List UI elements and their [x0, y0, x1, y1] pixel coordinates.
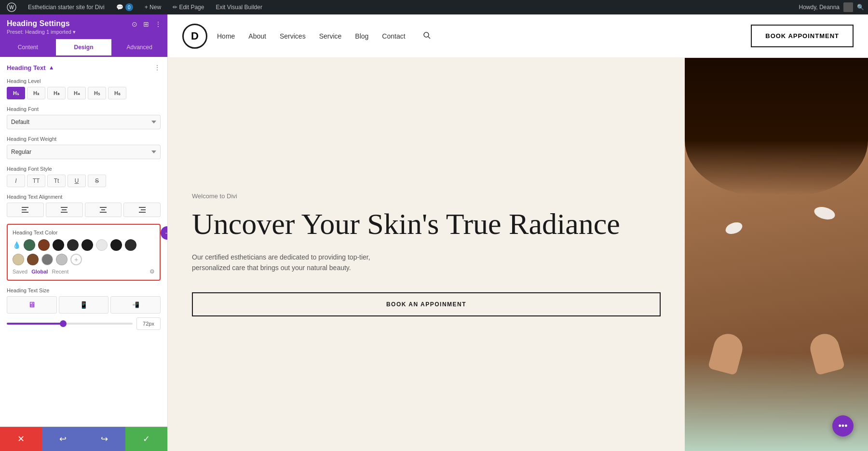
- desktop-size-btn[interactable]: 🖥: [7, 296, 57, 314]
- color-swatch-5[interactable]: [81, 239, 93, 251]
- h6-btn[interactable]: H₆: [108, 87, 126, 99]
- color-swatch-6[interactable]: [96, 239, 108, 251]
- color-swatch-12[interactable]: [56, 254, 68, 265]
- color-swatch-8[interactable]: [125, 239, 136, 251]
- hero-cta-btn[interactable]: BOOK AN APPOINMENT: [192, 292, 661, 316]
- app-container: Heading Settings Preset: Heading 1 impor…: [0, 14, 868, 451]
- color-swatch-7[interactable]: [110, 239, 122, 251]
- settings-icon[interactable]: ⊙: [131, 19, 138, 29]
- panel-bottom: ✕ ↩ ↪ ✓: [0, 426, 167, 451]
- hero-eyebrow: Welcome to Divi: [192, 192, 661, 200]
- size-input[interactable]: [136, 317, 161, 330]
- nav-contact[interactable]: Contact: [382, 32, 405, 40]
- heading-font-select[interactable]: Default: [7, 115, 161, 129]
- h5-btn[interactable]: H₅: [88, 87, 106, 99]
- tablet-icon: 📱: [80, 301, 88, 309]
- undo-btn[interactable]: ↩: [42, 427, 84, 451]
- nav-about[interactable]: About: [248, 32, 266, 40]
- underline-btn[interactable]: U: [68, 175, 86, 187]
- wp-logo-btn[interactable]: W: [4, 1, 19, 13]
- slider-track: [7, 323, 133, 325]
- color-swatch-1[interactable]: [24, 239, 35, 251]
- heading-level-buttons: H₁ H₂ H₃ H₄ H₅ H₆: [7, 87, 161, 99]
- more-icon[interactable]: ⋮: [154, 19, 163, 29]
- tab-design[interactable]: Design: [56, 39, 112, 57]
- section-menu-icon[interactable]: ⋮: [154, 64, 161, 71]
- color-settings-icon[interactable]: ⚙: [149, 268, 155, 275]
- align-right-btn[interactable]: [123, 203, 161, 217]
- float-action-btn[interactable]: •••: [832, 415, 854, 437]
- italic-btn[interactable]: I: [7, 175, 25, 187]
- svg-rect-7: [61, 212, 68, 213]
- slider-fill: [7, 323, 63, 325]
- color-swatch-2[interactable]: [38, 239, 50, 251]
- color-swatch-11[interactable]: [41, 254, 53, 265]
- heading-text-alignment-group: Heading Text Alignment: [7, 194, 161, 217]
- color-swatch-9[interactable]: [13, 254, 24, 265]
- tab-advanced[interactable]: Advanced: [111, 39, 167, 57]
- align-left-btn[interactable]: [7, 203, 44, 217]
- uppercase-btn[interactable]: TT: [27, 175, 45, 187]
- color-swatch-10[interactable]: [27, 254, 39, 265]
- svg-rect-5: [61, 207, 68, 208]
- color-tab-recent[interactable]: Recent: [52, 269, 68, 274]
- heading-font-weight-label: Heading Font Weight: [7, 136, 161, 142]
- hero-hair: [685, 58, 868, 195]
- nav-search-icon[interactable]: [423, 31, 431, 41]
- align-center-left-btn[interactable]: [46, 203, 83, 217]
- site-name-text: Esthetician starter site for Divi: [28, 4, 105, 11]
- color-tab-global[interactable]: Global: [31, 269, 48, 274]
- panel-header-actions: ⊙ ⊞ ⋮: [131, 19, 163, 29]
- heading-font-style-label: Heading Font Style: [7, 166, 161, 172]
- capitalize-btn[interactable]: Tt: [47, 175, 66, 187]
- slider-thumb[interactable]: [60, 320, 67, 327]
- heading-text-label: Heading Text: [7, 64, 46, 71]
- svg-rect-8: [100, 207, 107, 208]
- eyedropper-icon[interactable]: 💧: [13, 241, 21, 249]
- color-add-btn[interactable]: +: [70, 254, 82, 265]
- hero-description: Our certified estheticians are dedicated…: [192, 252, 404, 273]
- exit-builder-btn[interactable]: Exit Visual Builder: [213, 3, 265, 12]
- edit-page-btn[interactable]: ✏ Edit Page: [170, 3, 207, 12]
- svg-rect-2: [22, 207, 28, 208]
- svg-rect-11: [139, 207, 146, 208]
- strikethrough-btn[interactable]: S: [88, 175, 106, 187]
- new-btn[interactable]: + New: [142, 3, 164, 12]
- color-tab-saved[interactable]: Saved: [13, 269, 27, 274]
- h3-btn[interactable]: H₃: [47, 87, 66, 99]
- search-icon[interactable]: 🔍: [857, 4, 864, 11]
- svg-rect-13: [139, 212, 146, 213]
- svg-rect-6: [62, 209, 67, 210]
- h2-btn[interactable]: H₂: [27, 87, 45, 99]
- color-swatch-3[interactable]: [53, 239, 64, 251]
- columns-icon[interactable]: ⊞: [142, 19, 150, 29]
- align-center-btn[interactable]: [85, 203, 122, 217]
- h1-btn[interactable]: H₁: [7, 87, 25, 99]
- svg-rect-3: [22, 209, 27, 210]
- nav-home[interactable]: Home: [217, 32, 235, 40]
- tablet-size-btn[interactable]: 📱: [59, 296, 109, 314]
- book-appointment-btn[interactable]: BOOK APPOINTMENT: [751, 25, 854, 47]
- nav-service[interactable]: Service: [319, 32, 342, 40]
- panel-subtitle[interactable]: Preset: Heading 1 imported ▾: [7, 29, 161, 35]
- heading-text-size-label: Heading Text Size: [7, 287, 161, 293]
- style-buttons: I TT Tt U S: [7, 175, 161, 187]
- site-name-link[interactable]: Esthetician starter site for Divi: [25, 3, 108, 12]
- cancel-btn[interactable]: ✕: [0, 427, 42, 451]
- nav-services[interactable]: Services: [280, 32, 306, 40]
- h4-btn[interactable]: H₄: [68, 87, 86, 99]
- comment-btn[interactable]: 💬 0: [113, 2, 136, 12]
- save-btn[interactable]: ✓: [125, 427, 167, 451]
- heading-font-label: Heading Font: [7, 106, 161, 112]
- heading-font-weight-group: Heading Font Weight Regular: [7, 136, 161, 159]
- collapse-icon[interactable]: ▲: [49, 64, 54, 71]
- color-swatch-4[interactable]: [67, 239, 79, 251]
- heading-font-weight-select[interactable]: Regular: [7, 145, 161, 159]
- redo-btn[interactable]: ↪: [84, 427, 126, 451]
- nav-blog[interactable]: Blog: [355, 32, 368, 40]
- heading-text-color-section: Heading Text Color 💧: [7, 224, 161, 281]
- heading-text-size-group: Heading Text Size 🖥 📱 📲: [7, 287, 161, 330]
- panel-header: Heading Settings Preset: Heading 1 impor…: [0, 14, 167, 39]
- mobile-size-btn[interactable]: 📲: [110, 296, 161, 314]
- tab-content[interactable]: Content: [0, 39, 56, 57]
